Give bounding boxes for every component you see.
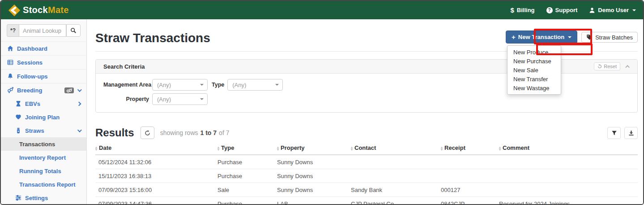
sidebar-item-transactions[interactable]: Transactions	[1, 137, 86, 151]
menu-item-new-transfer[interactable]: New Transfer	[508, 74, 561, 83]
user-menu[interactable]: Demo User	[589, 7, 636, 13]
brand-logo[interactable]: StockMate	[8, 4, 69, 17]
sidebar-item-straws[interactable]: Straws	[1, 124, 86, 137]
management-area-select[interactable]: (Any)	[152, 79, 208, 91]
sidebar-item-breeding[interactable]: Breeding	[1, 83, 86, 97]
column-header-comment[interactable]: ▴▾Comment	[499, 144, 638, 155]
refresh-button[interactable]	[141, 126, 154, 139]
sort-icon: ▴▾	[277, 146, 279, 151]
column-header-type[interactable]: ▴▾Type	[218, 144, 277, 155]
table-row[interactable]: 15/11/2023 16:38:13PurchaseSunny Downs	[95, 169, 638, 183]
dropdown-caret-icon	[200, 98, 204, 100]
sidebar-item-followups[interactable]: Follow-ups	[1, 69, 86, 83]
download-button[interactable]	[624, 127, 638, 139]
new-transaction-menu: New Produce New Purchase New Sale New Tr…	[507, 45, 561, 95]
billing-link[interactable]: $ Billing	[510, 6, 534, 14]
main-content: Straw Transactions + New Transaction Str…	[87, 19, 643, 204]
sidebar-item-running-totals[interactable]: Running Totals	[1, 164, 86, 178]
app-window: StockMate $ Billing ? Support Demo User …	[0, 0, 644, 205]
sidebar-item-joining-plan[interactable]: Joining Plan	[1, 110, 86, 124]
top-navbar: StockMate $ Billing ? Support Demo User	[1, 1, 643, 19]
search-criteria-title: Search Criteria	[103, 63, 145, 70]
sort-icon: ▴▾	[95, 146, 97, 151]
dropdown-caret-icon	[275, 84, 279, 86]
sidebar-item-settings[interactable]: Settings	[1, 191, 86, 205]
sidebar: *? Dashboard Sessions Follow-ups	[1, 19, 87, 204]
animal-lookup-input[interactable]	[19, 24, 66, 37]
search-icon	[70, 27, 77, 34]
caret-down-icon	[632, 9, 636, 11]
sidebar-item-transactions-report[interactable]: Transactions Report	[1, 178, 86, 191]
stockmate-diamond-icon	[8, 4, 21, 17]
chevron-up-icon	[625, 65, 630, 69]
type-label: Type	[212, 82, 224, 88]
column-header-receipt[interactable]: ▴▾Receipt	[441, 144, 499, 155]
animal-search-button[interactable]	[66, 24, 81, 37]
menu-item-new-purchase[interactable]: New Purchase	[508, 57, 561, 65]
chevron-down-icon	[77, 87, 82, 92]
animal-lookup-group: *?	[7, 24, 81, 37]
sidebar-nav: Dashboard Sessions Follow-ups Breeding	[1, 41, 86, 205]
refresh-icon	[145, 130, 150, 136]
dollar-icon: $	[510, 6, 514, 14]
person-icon	[589, 7, 595, 13]
undo-icon	[597, 64, 602, 69]
breeding-badge	[64, 87, 74, 93]
type-select[interactable]: (Any)	[227, 79, 283, 91]
sidebar-item-inventory-report[interactable]: Inventory Report	[1, 151, 86, 164]
table-row[interactable]: 05/12/2024 11:32:06PurchaseSunny Downs	[95, 155, 638, 169]
straw-batches-button[interactable]: Straw Batches	[581, 32, 638, 43]
sort-icon: ▴▾	[351, 146, 353, 151]
sessions-table-icon	[7, 59, 13, 65]
property-label: Property	[103, 96, 149, 102]
straw-vial-icon	[15, 127, 21, 134]
plus-icon: +	[512, 34, 516, 40]
wildcard-help-button[interactable]: *?	[7, 24, 19, 37]
hourglass-icon	[15, 100, 21, 107]
question-circle-icon: ?	[546, 7, 553, 13]
menu-item-new-sale[interactable]: New Sale	[508, 65, 561, 74]
filter-funnel-icon	[611, 130, 617, 136]
collapse-panel-button[interactable]	[627, 65, 630, 68]
brand-text: StockMate	[23, 5, 69, 15]
chevron-down-icon	[77, 128, 82, 132]
menu-item-new-produce[interactable]: New Produce	[508, 48, 561, 57]
caret-down-icon	[568, 36, 571, 38]
column-header-property[interactable]: ▴▾Property	[277, 144, 351, 155]
results-actions	[607, 127, 638, 139]
results-title: Results	[95, 126, 134, 139]
download-icon	[628, 130, 634, 136]
heart-icon	[15, 114, 21, 120]
management-area-label: Management Area	[103, 82, 149, 88]
gender-badge-icon	[66, 88, 72, 93]
sort-icon: ▴▾	[441, 146, 443, 151]
sort-icon: ▴▾	[499, 146, 501, 151]
sidebar-item-sessions[interactable]: Sessions	[1, 55, 86, 69]
home-icon	[7, 45, 13, 52]
menu-item-new-wastage[interactable]: New Wastage	[508, 83, 561, 92]
sidebar-item-ebvs[interactable]: EBVs	[1, 97, 86, 110]
filter-button[interactable]	[607, 127, 621, 139]
sidebar-item-dashboard[interactable]: Dashboard	[1, 41, 86, 55]
results-header: Results showing rows 1 to 7 of 7	[95, 126, 638, 139]
chevron-right-icon	[77, 101, 81, 106]
gender-icon	[7, 87, 13, 93]
results-table: ▴▾Date ▴▾Type ▴▾Property ▴▾Contact ▴▾Rec…	[95, 144, 638, 204]
reset-button[interactable]: Reset	[594, 62, 620, 70]
page-actions: + New Transaction Straw Batches New Prod…	[506, 31, 638, 44]
support-link[interactable]: ? Support	[546, 7, 578, 13]
dropdown-caret-icon	[200, 84, 204, 86]
tag-icon	[586, 34, 593, 40]
column-header-contact[interactable]: ▴▾Contact	[351, 144, 441, 155]
column-header-date[interactable]: ▴▾Date	[95, 144, 218, 155]
showing-rows-text: showing rows 1 to 7 of 7	[160, 129, 230, 136]
table-row[interactable]: 07/09/2023 15:16:00SaleSunny DownsSandy …	[95, 183, 638, 197]
sliders-icon	[15, 195, 21, 201]
sort-icon: ▴▾	[218, 146, 219, 151]
navbar-right: $ Billing ? Support Demo User	[510, 6, 636, 14]
property-select[interactable]: (Any)	[152, 93, 208, 105]
table-header-row: ▴▾Date ▴▾Type ▴▾Property ▴▾Contact ▴▾Rec…	[95, 144, 638, 155]
table-row[interactable]: 07/09/2023 14:47:36PurchaseLABCJP Pastor…	[95, 197, 638, 205]
new-transaction-button[interactable]: + New Transaction	[506, 31, 577, 44]
page-title: Straw Transactions	[95, 31, 210, 45]
